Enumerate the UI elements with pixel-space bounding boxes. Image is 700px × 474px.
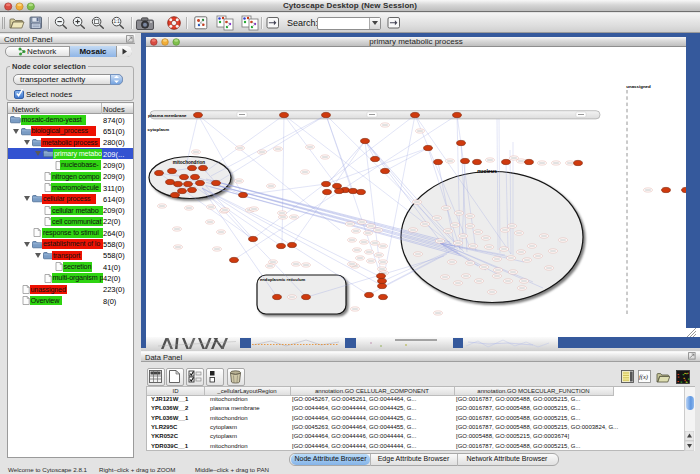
svg-text:plasma membrane: plasma membrane <box>148 113 187 118</box>
svg-text:endoplasmic reticulum: endoplasmic reticulum <box>260 277 306 282</box>
svg-text:unassigned: unassigned <box>626 84 651 89</box>
svg-text:cytoplasm: cytoplasm <box>148 127 170 132</box>
svg-text:1:1: 1:1 <box>113 19 120 24</box>
svg-text:mitochondrion: mitochondrion <box>173 160 206 165</box>
svg-text:f(x): f(x) <box>639 373 648 381</box>
svg-text:nucleus: nucleus <box>477 168 497 174</box>
